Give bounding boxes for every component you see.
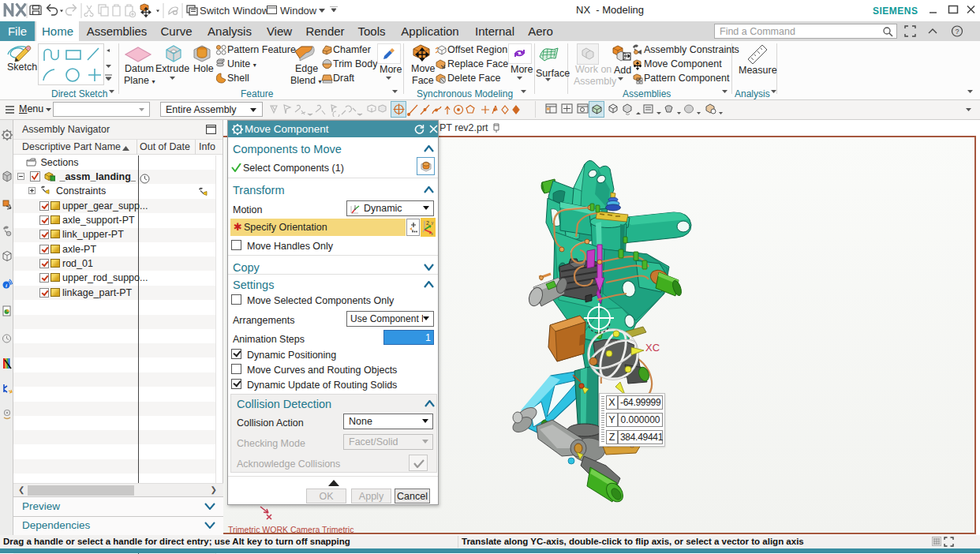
svg-text:i: i bbox=[6, 283, 7, 289]
svg-text:2: 2 bbox=[426, 220, 429, 226]
svg-text:XC: XC bbox=[645, 342, 660, 354]
svg-text:y: y bbox=[432, 220, 434, 225]
svg-text:x: x bbox=[431, 231, 433, 235]
svg-text:?: ? bbox=[955, 28, 959, 36]
